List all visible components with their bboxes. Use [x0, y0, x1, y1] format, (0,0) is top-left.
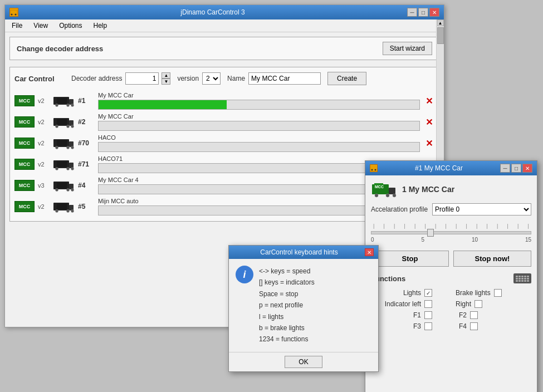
slider-mid1: 5: [421, 237, 424, 243]
ok-button[interactable]: OK: [285, 356, 322, 368]
decoder-address-input[interactable]: [125, 72, 159, 85]
svg-point-13: [67, 125, 70, 128]
app-icon: [9, 8, 18, 17]
info-icon: i: [236, 266, 253, 283]
car-number: #4: [78, 182, 95, 189]
f2-checkbox[interactable]: [470, 311, 478, 319]
key-dot: [518, 278, 521, 280]
key-dot: [518, 280, 521, 282]
svg-rect-22: [57, 161, 67, 167]
lights-checkbox[interactable]: [424, 289, 432, 297]
car-window-maximize-button[interactable]: □: [511, 164, 521, 173]
truck-icon: [52, 200, 75, 213]
key-dot: [516, 280, 518, 282]
svg-point-25: [67, 168, 70, 170]
scroll-thumb[interactable]: [437, 27, 444, 44]
hint-line: Space = stop: [259, 288, 315, 300]
car-row: MCC v2 #70 HACO: [14, 133, 434, 153]
hints-footer: OK: [229, 352, 378, 371]
main-window-controls: ─ □ ✕: [407, 8, 439, 17]
menu-options[interactable]: Options: [55, 21, 86, 31]
brake-lights-checkbox[interactable]: [494, 289, 502, 297]
car-name: My MCC Car: [98, 92, 420, 99]
progress-bar: [98, 100, 420, 110]
svg-rect-4: [57, 98, 67, 104]
svg-point-14: [71, 125, 74, 128]
decoder-address-group: Decoder address ▲ ▼: [71, 72, 170, 85]
indicator-left-checkbox[interactable]: [424, 300, 432, 308]
delete-car-button[interactable]: ✕: [423, 95, 434, 106]
create-button[interactable]: Create: [327, 72, 366, 85]
menu-view[interactable]: View: [29, 21, 52, 31]
f3-checkbox[interactable]: [424, 322, 432, 330]
speed-slider-track[interactable]: [371, 231, 531, 234]
menu-help[interactable]: Help: [89, 21, 112, 31]
profile-select[interactable]: Profile 0 Profile 1 Profile 2: [432, 203, 531, 215]
car-name: HACO: [98, 134, 420, 141]
name-input[interactable]: [248, 72, 321, 85]
hints-body: i <-> keys = speed [] keys = indicators …: [229, 259, 378, 352]
progress-fill: [99, 100, 227, 109]
svg-point-31: [67, 189, 70, 192]
version-group: version 2 3: [177, 72, 221, 85]
svg-text:MCC: MCC: [375, 185, 384, 189]
functions-header: Functions: [371, 273, 531, 283]
spin-down-button[interactable]: ▼: [162, 79, 170, 85]
hint-line: l = lights: [259, 311, 315, 322]
svg-point-40: [371, 169, 373, 171]
car-number: #5: [78, 203, 95, 210]
hint-line: <-> keys = speed: [259, 266, 315, 277]
svg-rect-45: [389, 188, 395, 194]
version-label: version: [177, 75, 199, 82]
delete-car-button[interactable]: ✕: [423, 138, 434, 149]
key-dot: [527, 276, 529, 277]
spin-up-button[interactable]: ▲: [162, 72, 170, 79]
car-version: v2: [38, 97, 49, 104]
car-window-close-button[interactable]: ✕: [522, 164, 532, 173]
stop-buttons-row: Stop Stop now!: [371, 251, 531, 267]
f1-checkbox[interactable]: [424, 311, 432, 319]
hints-close-button[interactable]: ✕: [365, 248, 374, 256]
function-row-f2: F2: [456, 311, 531, 319]
version-select[interactable]: 2 3: [202, 72, 221, 85]
svg-point-1: [11, 14, 13, 16]
progress-bar: [98, 142, 420, 152]
keyboard-keys: [516, 276, 529, 282]
mcc-badge: MCC: [14, 95, 35, 106]
key-dot: [527, 278, 529, 280]
stop-button[interactable]: Stop: [371, 251, 449, 267]
car-big-name: 1 My MCC Car: [402, 185, 454, 194]
truck-icon: [52, 137, 75, 149]
main-window-title: jDinamo CarControl 3: [18, 8, 407, 16]
svg-point-32: [71, 189, 74, 192]
name-label: Name: [227, 75, 245, 82]
mcc-badge: MCC: [14, 201, 35, 212]
svg-point-6: [56, 104, 58, 107]
start-wizard-button[interactable]: Start wizard: [383, 42, 432, 55]
svg-point-7: [67, 104, 70, 107]
truck-icon: [52, 158, 75, 170]
svg-point-20: [71, 146, 74, 149]
stop-now-button[interactable]: Stop now!: [453, 251, 531, 267]
svg-point-36: [56, 210, 58, 213]
function-row-f1: F1: [371, 311, 447, 319]
car-info: HACO: [98, 134, 420, 152]
right-checkbox[interactable]: [474, 300, 482, 308]
minimize-button[interactable]: ─: [407, 8, 417, 17]
scroll-up-arrow[interactable]: ▲: [437, 19, 444, 26]
truck-icon: [52, 116, 75, 128]
svg-point-38: [71, 210, 74, 213]
hint-line: b = brake lights: [259, 322, 315, 334]
maximize-button[interactable]: □: [418, 8, 428, 17]
menu-file[interactable]: File: [7, 21, 27, 31]
f4-checkbox[interactable]: [470, 322, 478, 330]
close-button[interactable]: ✕: [429, 8, 439, 17]
menu-bar: File View Options Help: [5, 19, 444, 32]
profile-row: Accelaration profile Profile 0 Profile 1…: [371, 203, 531, 215]
key-dot: [516, 276, 518, 277]
delete-car-button[interactable]: ✕: [423, 116, 434, 128]
functions-grid: Lights Brake lights Indicator left Right…: [371, 289, 531, 330]
speed-slider-thumb[interactable]: [427, 229, 434, 237]
mcc-badge: MCC: [14, 159, 35, 170]
car-window-minimize-button[interactable]: ─: [500, 164, 510, 173]
